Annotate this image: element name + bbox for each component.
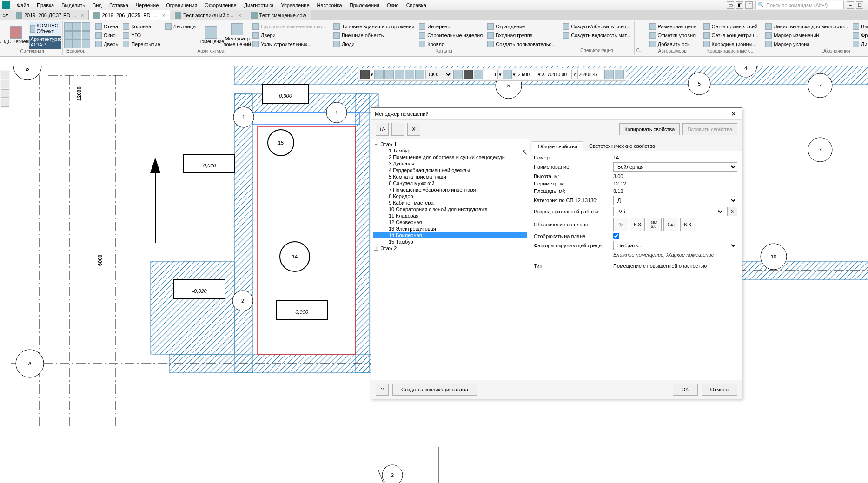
menu-management[interactable]: Управление xyxy=(277,1,313,9)
break-line[interactable]: Линия обрыва xyxy=(851,40,868,48)
tool-ico[interactable] xyxy=(64,31,73,40)
command-search[interactable]: 🔍Поиск по командам (Alt+/) xyxy=(755,1,844,9)
menu-window[interactable]: Окно xyxy=(383,1,403,9)
help-button[interactable]: ? xyxy=(376,384,389,396)
ctx-ico[interactable] xyxy=(474,70,483,79)
room-item-selected[interactable]: 14 Бойлерная xyxy=(373,232,527,238)
tool-ico[interactable] xyxy=(82,40,90,48)
spec-materials[interactable]: Создать ведомость мат... xyxy=(561,31,632,40)
rank-select[interactable]: IVб xyxy=(613,207,724,216)
door-button[interactable]: Дверь xyxy=(93,40,120,48)
cat-people[interactable]: Люди xyxy=(331,40,416,48)
ctx-ico[interactable] xyxy=(384,70,394,79)
gear-icon-2[interactable] xyxy=(636,31,644,40)
menu-view[interactable]: Вид xyxy=(89,1,106,9)
ugo-button[interactable]: УГО xyxy=(121,31,162,40)
doors-button[interactable]: Двери xyxy=(251,31,328,40)
designation-opt-1[interactable]: ① xyxy=(613,218,628,231)
grid-concentric[interactable]: Сетка концентрич... xyxy=(702,31,761,40)
ok-button[interactable]: OK xyxy=(673,384,698,396)
delete-button[interactable]: X xyxy=(407,123,420,136)
ctx-ico[interactable] xyxy=(405,70,414,79)
room-item[interactable]: 3 Душевая xyxy=(373,160,527,167)
building-nodes-button[interactable]: Узлы строительных... xyxy=(251,40,328,48)
menu-diagnostics[interactable]: Диагностика xyxy=(240,1,278,9)
cat-interior[interactable]: Интерьер xyxy=(417,22,484,31)
designation-opt-3[interactable]: зал 6.8 xyxy=(647,218,662,231)
tab-lighting[interactable]: Светотехнические свойства xyxy=(583,141,661,151)
doc-tab-2[interactable]: Тест экспликаций.с...× xyxy=(170,10,246,20)
display-checkbox[interactable] xyxy=(613,233,619,239)
room-item[interactable]: 2 Помещение для обогрева и сушки спецоде… xyxy=(373,154,527,160)
ctx-ico[interactable] xyxy=(415,70,424,79)
coord-axes[interactable]: Координационны... xyxy=(702,40,761,48)
menu-help[interactable]: Справка xyxy=(403,1,430,9)
toggle-all-button[interactable]: +/- xyxy=(376,123,389,136)
grid-rect[interactable]: Сетка прямых осей xyxy=(702,22,761,31)
window-icon-1[interactable]: ▭ xyxy=(727,1,734,9)
copy-properties-button[interactable]: Копировать свойства xyxy=(619,123,680,135)
room-item[interactable]: 11 Кладовая xyxy=(373,212,527,219)
cat-user[interactable]: Создать пользовательс... xyxy=(485,40,557,48)
room-item[interactable]: 10 Операторная с зоной для инструктажа xyxy=(373,206,527,212)
room-item[interactable]: 7 Помещение уборочного инвентаря xyxy=(373,186,527,193)
change-marker[interactable]: Маркер изменений xyxy=(763,31,850,40)
doc-tab-1[interactable]: 2019_206_ДС25_PD_...× xyxy=(89,10,170,20)
level-marks[interactable]: Отметки уровня xyxy=(648,31,698,40)
room-item[interactable]: 1 Тамбур xyxy=(373,147,527,154)
zoom-input[interactable] xyxy=(517,70,537,79)
home-tab[interactable]: ⌂▾ xyxy=(0,10,11,20)
menu-drawing[interactable]: Черчение xyxy=(132,1,163,9)
name-select[interactable]: Бойлерная xyxy=(613,162,737,172)
dim-chain[interactable]: Размерная цепь xyxy=(648,22,698,31)
menu-edit[interactable]: Правка xyxy=(33,1,58,9)
tool-ico[interactable] xyxy=(64,22,73,31)
menu-select[interactable]: Выделить xyxy=(58,1,89,9)
left-tool-3[interactable] xyxy=(1,89,9,98)
cat-entrance[interactable]: Входная группа xyxy=(485,31,557,40)
rank-clear-button[interactable]: X xyxy=(727,207,737,216)
menu-file[interactable]: Файл xyxy=(13,1,33,9)
profile-kompas-object[interactable]: КОМПАС-Объект xyxy=(29,22,61,35)
room-button[interactable]: Помещение xyxy=(199,22,224,48)
tool-ico[interactable] xyxy=(73,31,81,40)
menu-insert[interactable]: Вставка xyxy=(106,1,132,9)
create-explication-button[interactable]: Создать экспликацию этажа xyxy=(392,384,477,396)
dialog-titlebar[interactable]: Менеджер помещений ✕ xyxy=(371,108,742,120)
y-coord[interactable] xyxy=(577,70,603,79)
maximize-icon[interactable]: ☐ xyxy=(856,1,863,9)
ctx-ico[interactable] xyxy=(453,70,463,79)
tool-ico[interactable] xyxy=(73,22,81,31)
ctx-ico[interactable] xyxy=(604,70,614,79)
x-coord[interactable] xyxy=(546,70,572,79)
room-item[interactable]: 15 Тамбур xyxy=(373,238,527,245)
gear-icon[interactable] xyxy=(636,22,644,31)
designation-opt-4[interactable]: Зал xyxy=(663,218,678,231)
cat-external[interactable]: Внешние объекты xyxy=(331,31,416,40)
add-axis[interactable]: Добавить ось xyxy=(648,40,698,48)
menu-settings[interactable]: Настройка xyxy=(313,1,346,9)
ctx-ico[interactable] xyxy=(615,70,624,79)
room-item[interactable]: 12 Серверная xyxy=(373,219,527,225)
step-input[interactable] xyxy=(484,70,498,79)
callout-element[interactable]: Выносной элемент xyxy=(851,22,868,31)
ctx-ico[interactable] xyxy=(360,70,370,79)
dialog-close-button[interactable]: ✕ xyxy=(729,109,738,119)
tool-ico[interactable] xyxy=(82,31,90,40)
doc-tab-0[interactable]: 2019_206-ДС37-PD-...× xyxy=(11,10,89,20)
left-tool-4[interactable] xyxy=(1,99,9,107)
tool-ico[interactable] xyxy=(64,40,73,48)
room-manager-button[interactable]: Менеджерпомещений xyxy=(225,22,250,48)
tool-ico[interactable] xyxy=(73,40,81,48)
stair-button[interactable]: Лестница xyxy=(163,22,198,31)
cat-roof[interactable]: Кровля xyxy=(417,40,484,48)
add-button[interactable]: + xyxy=(391,123,404,136)
wall-button[interactable]: Стена xyxy=(93,22,120,31)
cat-fence[interactable]: Ограждение xyxy=(485,22,557,31)
designation-opt-2[interactable]: 6.8 xyxy=(630,218,645,231)
zoom-icon[interactable] xyxy=(503,70,512,79)
ctx-ico[interactable] xyxy=(464,70,473,79)
tool-ico[interactable] xyxy=(82,22,90,31)
menu-apps[interactable]: Приложения xyxy=(346,1,383,9)
window-icon-3[interactable]: ⬚ xyxy=(745,1,753,9)
